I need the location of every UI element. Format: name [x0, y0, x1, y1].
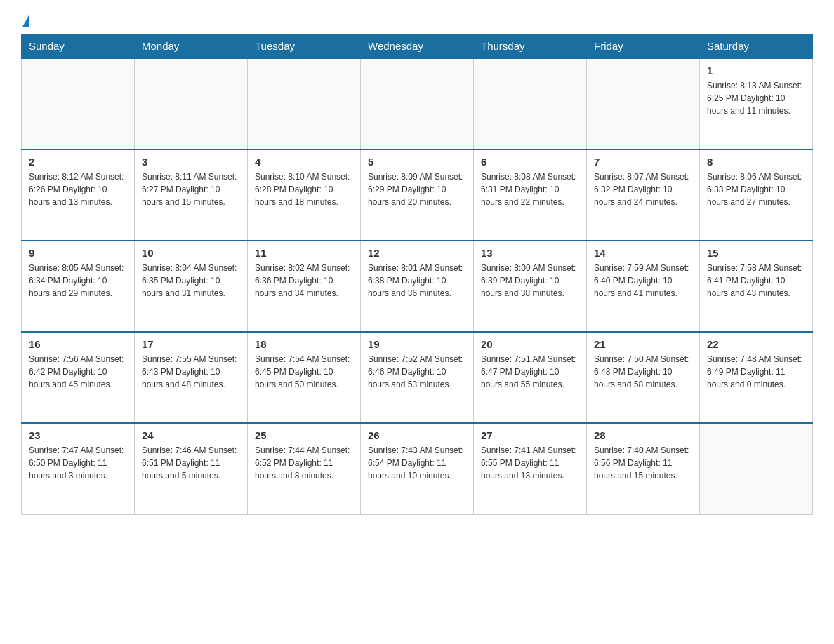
calendar-cell: 1Sunrise: 8:13 AM Sunset: 6:25 PM Daylig… [700, 58, 813, 149]
day-number: 10 [142, 247, 240, 259]
calendar-cell: 10Sunrise: 8:04 AM Sunset: 6:35 PM Dayli… [135, 241, 248, 332]
day-number: 7 [594, 156, 692, 168]
day-info: Sunrise: 7:52 AM Sunset: 6:46 PM Dayligh… [368, 353, 466, 391]
week-row-1: 1Sunrise: 8:13 AM Sunset: 6:25 PM Daylig… [22, 58, 813, 149]
day-info: Sunrise: 7:47 AM Sunset: 6:50 PM Dayligh… [29, 444, 127, 482]
day-info: Sunrise: 8:02 AM Sunset: 6:36 PM Dayligh… [255, 262, 353, 300]
calendar-cell: 6Sunrise: 8:08 AM Sunset: 6:31 PM Daylig… [474, 149, 587, 241]
day-info: Sunrise: 7:54 AM Sunset: 6:45 PM Dayligh… [255, 353, 353, 391]
calendar-cell: 17Sunrise: 7:55 AM Sunset: 6:43 PM Dayli… [135, 332, 248, 423]
calendar-cell: 5Sunrise: 8:09 AM Sunset: 6:29 PM Daylig… [361, 149, 474, 241]
calendar-cell: 9Sunrise: 8:05 AM Sunset: 6:34 PM Daylig… [22, 241, 135, 332]
day-number: 23 [29, 429, 127, 441]
calendar-cell [700, 423, 813, 514]
day-number: 19 [368, 338, 466, 350]
week-row-4: 16Sunrise: 7:56 AM Sunset: 6:42 PM Dayli… [22, 332, 813, 423]
weekday-header-wednesday: Wednesday [361, 34, 474, 59]
day-number: 3 [142, 156, 240, 168]
calendar-cell: 2Sunrise: 8:12 AM Sunset: 6:26 PM Daylig… [22, 149, 135, 241]
day-info: Sunrise: 7:48 AM Sunset: 6:49 PM Dayligh… [707, 353, 805, 391]
calendar-cell: 25Sunrise: 7:44 AM Sunset: 6:52 PM Dayli… [248, 423, 361, 514]
day-info: Sunrise: 8:05 AM Sunset: 6:34 PM Dayligh… [29, 262, 127, 300]
calendar-cell: 20Sunrise: 7:51 AM Sunset: 6:47 PM Dayli… [474, 332, 587, 423]
day-number: 20 [481, 338, 579, 350]
weekday-header-sunday: Sunday [22, 34, 135, 59]
day-info: Sunrise: 8:06 AM Sunset: 6:33 PM Dayligh… [707, 170, 805, 208]
day-number: 12 [368, 247, 466, 259]
calendar-cell: 21Sunrise: 7:50 AM Sunset: 6:48 PM Dayli… [587, 332, 700, 423]
day-info: Sunrise: 8:00 AM Sunset: 6:39 PM Dayligh… [481, 262, 579, 300]
weekday-header-saturday: Saturday [700, 34, 813, 59]
calendar-cell: 12Sunrise: 8:01 AM Sunset: 6:38 PM Dayli… [361, 241, 474, 332]
day-number: 5 [368, 156, 466, 168]
weekday-header-tuesday: Tuesday [248, 34, 361, 59]
day-number: 24 [142, 429, 240, 441]
calendar-cell: 16Sunrise: 7:56 AM Sunset: 6:42 PM Dayli… [22, 332, 135, 423]
day-info: Sunrise: 8:13 AM Sunset: 6:25 PM Dayligh… [707, 79, 805, 117]
day-number: 15 [707, 247, 805, 259]
day-info: Sunrise: 8:08 AM Sunset: 6:31 PM Dayligh… [481, 170, 579, 208]
day-number: 6 [481, 156, 579, 168]
calendar-cell: 26Sunrise: 7:43 AM Sunset: 6:54 PM Dayli… [361, 423, 474, 514]
day-info: Sunrise: 7:44 AM Sunset: 6:52 PM Dayligh… [255, 444, 353, 482]
calendar-cell: 8Sunrise: 8:06 AM Sunset: 6:33 PM Daylig… [700, 149, 813, 241]
weekday-header-thursday: Thursday [474, 34, 587, 59]
day-number: 16 [29, 338, 127, 350]
calendar-cell: 28Sunrise: 7:40 AM Sunset: 6:56 PM Dayli… [587, 423, 700, 514]
weekday-header-friday: Friday [587, 34, 700, 59]
calendar-table: SundayMondayTuesdayWednesdayThursdayFrid… [21, 34, 813, 515]
day-info: Sunrise: 7:56 AM Sunset: 6:42 PM Dayligh… [29, 353, 127, 391]
day-info: Sunrise: 7:59 AM Sunset: 6:40 PM Dayligh… [594, 262, 692, 300]
day-info: Sunrise: 7:58 AM Sunset: 6:41 PM Dayligh… [707, 262, 805, 300]
calendar-cell [587, 58, 700, 149]
day-number: 13 [481, 247, 579, 259]
day-number: 9 [29, 247, 127, 259]
day-info: Sunrise: 8:12 AM Sunset: 6:26 PM Dayligh… [29, 170, 127, 208]
page-header [21, 14, 813, 27]
day-number: 4 [255, 156, 353, 168]
calendar-cell: 22Sunrise: 7:48 AM Sunset: 6:49 PM Dayli… [700, 332, 813, 423]
calendar-cell [248, 58, 361, 149]
calendar-cell: 14Sunrise: 7:59 AM Sunset: 6:40 PM Dayli… [587, 241, 700, 332]
calendar-cell: 23Sunrise: 7:47 AM Sunset: 6:50 PM Dayli… [22, 423, 135, 514]
day-number: 26 [368, 429, 466, 441]
logo [21, 14, 29, 27]
day-number: 22 [707, 338, 805, 350]
day-number: 1 [707, 65, 805, 76]
day-info: Sunrise: 7:55 AM Sunset: 6:43 PM Dayligh… [142, 353, 240, 391]
day-number: 25 [255, 429, 353, 441]
day-info: Sunrise: 7:50 AM Sunset: 6:48 PM Dayligh… [594, 353, 692, 391]
calendar-cell: 24Sunrise: 7:46 AM Sunset: 6:51 PM Dayli… [135, 423, 248, 514]
day-info: Sunrise: 8:10 AM Sunset: 6:28 PM Dayligh… [255, 170, 353, 208]
calendar-cell [135, 58, 248, 149]
calendar-cell: 18Sunrise: 7:54 AM Sunset: 6:45 PM Dayli… [248, 332, 361, 423]
weekday-header-monday: Monday [135, 34, 248, 59]
calendar-cell: 13Sunrise: 8:00 AM Sunset: 6:39 PM Dayli… [474, 241, 587, 332]
day-number: 18 [255, 338, 353, 350]
day-info: Sunrise: 8:09 AM Sunset: 6:29 PM Dayligh… [368, 170, 466, 208]
day-info: Sunrise: 7:40 AM Sunset: 6:56 PM Dayligh… [594, 444, 692, 482]
calendar-cell: 27Sunrise: 7:41 AM Sunset: 6:55 PM Dayli… [474, 423, 587, 514]
week-row-2: 2Sunrise: 8:12 AM Sunset: 6:26 PM Daylig… [22, 149, 813, 241]
day-info: Sunrise: 8:07 AM Sunset: 6:32 PM Dayligh… [594, 170, 692, 208]
day-info: Sunrise: 7:41 AM Sunset: 6:55 PM Dayligh… [481, 444, 579, 482]
calendar-cell [474, 58, 587, 149]
day-number: 8 [707, 156, 805, 168]
week-row-5: 23Sunrise: 7:47 AM Sunset: 6:50 PM Dayli… [22, 423, 813, 514]
day-info: Sunrise: 7:51 AM Sunset: 6:47 PM Dayligh… [481, 353, 579, 391]
day-number: 28 [594, 429, 692, 441]
weekday-header-row: SundayMondayTuesdayWednesdayThursdayFrid… [22, 34, 813, 59]
day-number: 17 [142, 338, 240, 350]
day-number: 2 [29, 156, 127, 168]
calendar-cell: 19Sunrise: 7:52 AM Sunset: 6:46 PM Dayli… [361, 332, 474, 423]
day-number: 27 [481, 429, 579, 441]
calendar-cell [361, 58, 474, 149]
calendar-cell: 11Sunrise: 8:02 AM Sunset: 6:36 PM Dayli… [248, 241, 361, 332]
day-info: Sunrise: 8:01 AM Sunset: 6:38 PM Dayligh… [368, 262, 466, 300]
day-number: 14 [594, 247, 692, 259]
calendar-cell: 4Sunrise: 8:10 AM Sunset: 6:28 PM Daylig… [248, 149, 361, 241]
day-number: 21 [594, 338, 692, 350]
calendar-cell: 7Sunrise: 8:07 AM Sunset: 6:32 PM Daylig… [587, 149, 700, 241]
week-row-3: 9Sunrise: 8:05 AM Sunset: 6:34 PM Daylig… [22, 241, 813, 332]
calendar-cell: 15Sunrise: 7:58 AM Sunset: 6:41 PM Dayli… [700, 241, 813, 332]
